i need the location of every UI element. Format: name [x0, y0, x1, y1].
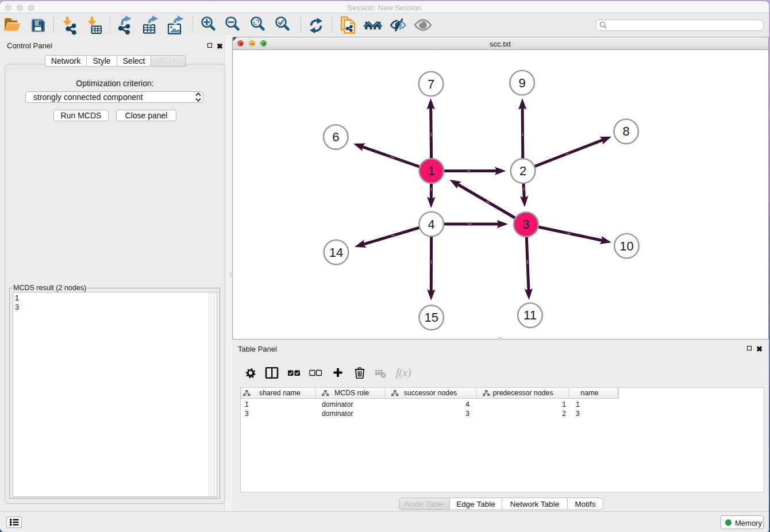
- svg-text:3: 3: [522, 217, 529, 232]
- svg-text:3: 3: [576, 410, 580, 418]
- svg-text:2: 2: [562, 410, 566, 418]
- svg-text:14: 14: [329, 245, 343, 260]
- svg-text:1: 1: [576, 400, 580, 408]
- svg-text:4: 4: [465, 400, 469, 408]
- svg-text:successor nodes: successor nodes: [404, 389, 457, 397]
- svg-text:predecessor nodes: predecessor nodes: [493, 389, 553, 397]
- svg-text:1: 1: [428, 164, 435, 178]
- svg-text:6: 6: [332, 130, 339, 144]
- svg-text:2: 2: [519, 164, 526, 178]
- svg-text:8: 8: [623, 124, 630, 138]
- svg-text:MCDS role: MCDS role: [334, 389, 369, 397]
- svg-text:9: 9: [518, 76, 525, 90]
- svg-text:f(x): f(x): [396, 367, 411, 379]
- svg-text:name: name: [581, 389, 599, 397]
- svg-text:3: 3: [465, 410, 469, 418]
- svg-text:15: 15: [424, 310, 438, 325]
- svg-text:10: 10: [619, 239, 633, 253]
- svg-text:1: 1: [562, 400, 566, 408]
- svg-text:4: 4: [428, 217, 435, 232]
- svg-text:1: 1: [245, 400, 249, 408]
- svg-text:dominator: dominator: [322, 400, 353, 408]
- svg-text:7: 7: [428, 77, 434, 91]
- svg-text:dominator: dominator: [322, 410, 353, 418]
- svg-text:11: 11: [523, 308, 537, 322]
- svg-text:shared name: shared name: [259, 389, 301, 397]
- svg-text:3: 3: [245, 410, 249, 418]
